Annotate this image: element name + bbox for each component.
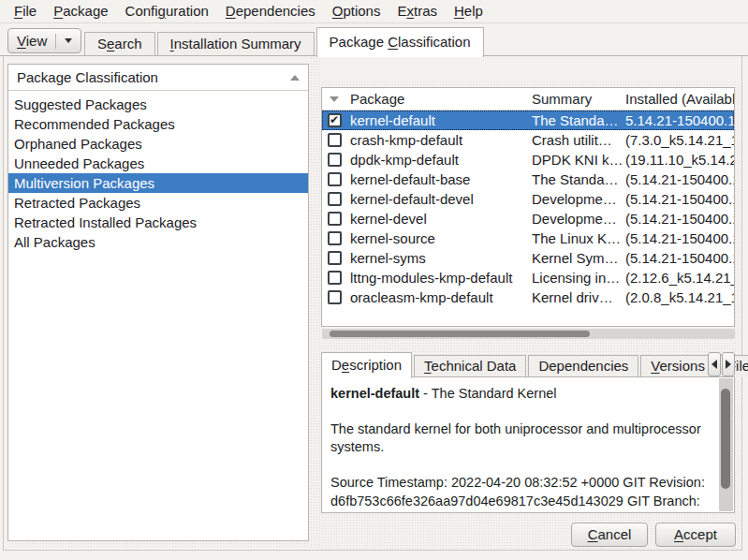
menu-item[interactable]: Help (446, 0, 491, 22)
toolbar-tab[interactable]: Package Classification (316, 27, 484, 57)
menu-item[interactable]: Package (45, 0, 116, 22)
classification-list-item[interactable]: All Packages (8, 232, 308, 252)
table-row[interactable]: dpdk-kmp-defaultDPDK KNI k…(19.11.10_k5.… (322, 150, 734, 169)
row-checkbox[interactable] (328, 133, 342, 147)
classification-header[interactable]: Package Classification (8, 65, 308, 91)
cancel-button[interactable]: Cancel (571, 523, 648, 547)
description-panel: kernel-default - The Standard Kernel The… (321, 376, 735, 513)
classification-list-item[interactable]: Multiversion Packages (8, 173, 308, 193)
table-row[interactable]: crash-kmp-defaultCrash utilit…(7.3.0_k5.… (322, 130, 734, 150)
menubar: FilePackageConfigurationDependenciesOpti… (0, 0, 748, 23)
description-vertical-scrollbar[interactable] (719, 378, 733, 511)
row-checkbox-cell (322, 251, 346, 265)
package-name-cell: kernel-source (346, 230, 530, 246)
classification-panel: Package Classification Suggested Package… (7, 64, 309, 541)
table-horizontal-scrollbar-thumb[interactable] (330, 331, 590, 337)
installed-column-header[interactable]: Installed (Available) (623, 91, 734, 107)
description-title: kernel-default - The Standard Kernel (330, 385, 716, 403)
classification-header-label: Package Classification (17, 69, 158, 85)
table-row[interactable]: lttng-modules-kmp-defaultLicensing in…(2… (322, 268, 734, 287)
package-name-cell: kernel-devel (346, 211, 530, 227)
classification-list-item[interactable]: Orphaned Packages (8, 134, 308, 154)
classification-list-item[interactable]: Suggested Packages (8, 95, 308, 114)
row-checkbox[interactable] (328, 113, 342, 127)
description-source-info: Source Timestamp: 2022-04-20 08:32:52 +0… (330, 474, 716, 512)
detail-tabs: DescriptionTechnical DataDependenciesVer… (321, 351, 735, 377)
toolbar-tabs: SearchInstallation SummaryPackage Classi… (84, 23, 486, 56)
row-checkbox-cell (322, 212, 346, 226)
row-checkbox-cell (322, 231, 346, 245)
row-checkbox[interactable] (328, 231, 342, 245)
sort-descending-icon (330, 96, 339, 102)
table-row[interactable]: kernel-defaultThe Standa…5.14.21-150400.… (322, 111, 734, 130)
row-checkbox-cell (322, 133, 346, 147)
classification-list: Suggested PackagesRecommended PackagesOr… (8, 91, 308, 252)
package-column-header[interactable]: Package (346, 91, 530, 107)
detail-tab[interactable]: Description (321, 352, 412, 378)
accept-button[interactable]: Accept (655, 523, 736, 547)
detail-tab[interactable]: Dependencies (528, 355, 638, 377)
package-name-cell: kernel-default (346, 112, 530, 128)
package-manager-window: FilePackageConfigurationDependenciesOpti… (0, 0, 748, 560)
classification-list-item[interactable]: Unneeded Packages (8, 154, 308, 173)
installed-cell: (19.11.10_k5.14.21_ (623, 152, 734, 168)
row-checkbox[interactable] (328, 212, 342, 226)
row-checkbox-cell (322, 153, 346, 167)
table-horizontal-scrollbar[interactable] (322, 329, 735, 339)
menu-item[interactable]: Extras (389, 0, 446, 22)
classification-list-item[interactable]: Retracted Packages (8, 193, 308, 213)
table-row[interactable]: kernel-symsKernel Sym…(5.14.21-150400.19 (322, 248, 734, 268)
classification-list-item[interactable]: Recommended Packages (8, 114, 308, 134)
row-checkbox[interactable] (328, 172, 342, 186)
tab-scroll-right-button[interactable] (722, 352, 735, 376)
menu-item[interactable]: Configuration (117, 0, 217, 22)
installed-cell: (5.14.21-150400.19 (623, 191, 734, 207)
classification-list-item[interactable]: Retracted Installed Packages (8, 213, 308, 232)
description-content: kernel-default - The Standard Kernel The… (322, 377, 718, 512)
row-checkbox-cell (322, 290, 346, 304)
installed-cell: (2.12.6_k5.14.21_15 (623, 270, 734, 286)
package-name-cell: lttng-modules-kmp-default (346, 270, 530, 286)
summary-column-header[interactable]: Summary (530, 91, 623, 107)
view-button[interactable]: View (7, 28, 81, 53)
installed-cell: 5.14.21-150400.19 (623, 112, 734, 128)
table-row[interactable]: oracleasm-kmp-defaultKernel driv…(2.0.8_… (322, 287, 734, 307)
summary-cell: Developme… (530, 211, 623, 227)
summary-cell: DPDK KNI k… (530, 152, 623, 168)
status-column-header[interactable] (322, 96, 346, 102)
description-package-name: kernel-default (330, 386, 419, 401)
arrow-left-icon (711, 360, 717, 369)
menu-item[interactable]: File (6, 0, 45, 22)
row-checkbox[interactable] (328, 290, 342, 304)
description-title-rest: - The Standard Kernel (419, 386, 556, 401)
package-name-cell: kernel-default-devel (346, 191, 530, 207)
toolbar-tab[interactable]: Search (84, 32, 155, 56)
row-checkbox-cell (322, 113, 346, 127)
row-checkbox[interactable] (328, 251, 342, 265)
summary-cell: The Standa… (530, 171, 623, 187)
package-name-cell: dpdk-kmp-default (346, 152, 530, 168)
detail-tab[interactable]: Versions (640, 355, 715, 377)
installed-cell: (5.14.21-150400.19 (623, 171, 734, 187)
toolbar: View SearchInstallation SummaryPackage C… (0, 23, 748, 56)
summary-cell: The Linux K… (530, 230, 623, 246)
table-row[interactable]: kernel-default-baseThe Standa…(5.14.21-1… (322, 169, 734, 189)
panel-splitter[interactable] (310, 57, 321, 549)
row-checkbox-cell (322, 192, 346, 206)
menu-item[interactable]: Options (324, 0, 389, 22)
sort-ascending-icon (290, 75, 300, 81)
detail-tab-scroll-buttons (708, 352, 735, 376)
installed-cell: (5.14.21-150400.19 (623, 230, 734, 246)
row-checkbox[interactable] (328, 153, 342, 167)
description-vertical-scrollbar-thumb[interactable] (721, 389, 730, 489)
tab-scroll-left-button[interactable] (708, 352, 721, 376)
menu-item[interactable]: Dependencies (217, 0, 324, 22)
row-checkbox[interactable] (328, 271, 342, 285)
package-name-cell: crash-kmp-default (346, 132, 530, 148)
toolbar-tab[interactable]: Installation Summary (157, 32, 315, 56)
table-row[interactable]: kernel-sourceThe Linux K…(5.14.21-150400… (322, 228, 734, 248)
table-row[interactable]: kernel-default-develDevelopme…(5.14.21-1… (322, 189, 734, 209)
detail-tab[interactable]: Technical Data (414, 355, 526, 377)
table-row[interactable]: kernel-develDevelopme…(5.14.21-150400.19 (322, 209, 734, 228)
row-checkbox[interactable] (328, 192, 342, 206)
